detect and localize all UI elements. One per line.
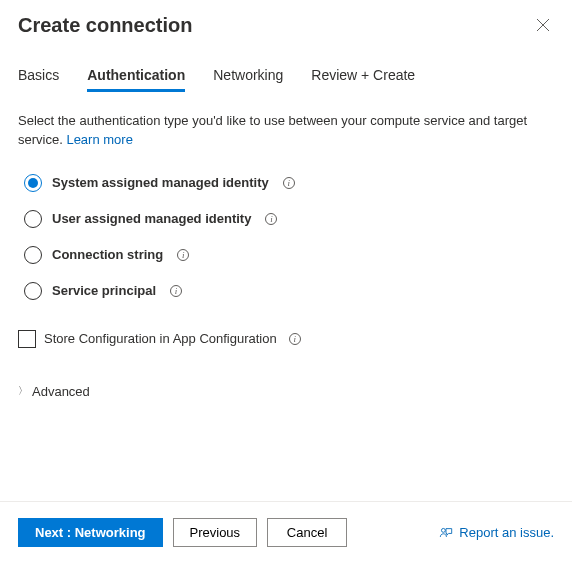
info-icon[interactable]: i: [265, 213, 277, 225]
radio-system-assigned[interactable]: System assigned managed identity i: [24, 174, 554, 192]
radio-label: User assigned managed identity: [52, 211, 251, 226]
store-config-checkbox-row[interactable]: Store Configuration in App Configuration…: [18, 330, 554, 348]
panel-header: Create connection: [18, 14, 554, 39]
auth-description: Select the authentication type you'd lik…: [18, 112, 554, 150]
close-button[interactable]: [532, 14, 554, 39]
info-icon[interactable]: i: [289, 333, 301, 345]
feedback-icon: [439, 526, 453, 540]
radio-service-principal[interactable]: Service principal i: [24, 282, 554, 300]
tab-authentication[interactable]: Authentication: [87, 67, 185, 92]
advanced-toggle[interactable]: 〉 Advanced: [18, 384, 554, 399]
tab-basics[interactable]: Basics: [18, 67, 59, 92]
radio-indicator: [24, 282, 42, 300]
info-icon[interactable]: i: [170, 285, 182, 297]
auth-type-radio-group: System assigned managed identity i User …: [18, 174, 554, 300]
radio-connection-string[interactable]: Connection string i: [24, 246, 554, 264]
learn-more-link[interactable]: Learn more: [66, 132, 132, 147]
info-icon[interactable]: i: [177, 249, 189, 261]
tab-networking[interactable]: Networking: [213, 67, 283, 92]
previous-button[interactable]: Previous: [173, 518, 258, 547]
radio-label: Service principal: [52, 283, 156, 298]
tabs-nav: Basics Authentication Networking Review …: [18, 67, 554, 92]
info-icon[interactable]: i: [283, 177, 295, 189]
report-issue-link[interactable]: Report an issue.: [439, 525, 554, 540]
tab-review-create[interactable]: Review + Create: [311, 67, 415, 92]
report-issue-text: Report an issue.: [459, 525, 554, 540]
radio-indicator: [24, 174, 42, 192]
close-icon: [536, 18, 550, 32]
checkbox-indicator: [18, 330, 36, 348]
chevron-right-icon: 〉: [18, 384, 28, 398]
svg-point-2: [442, 528, 446, 532]
advanced-label: Advanced: [32, 384, 90, 399]
radio-indicator: [24, 210, 42, 228]
radio-label: Connection string: [52, 247, 163, 262]
radio-indicator: [24, 246, 42, 264]
panel-title: Create connection: [18, 14, 192, 37]
checkbox-label: Store Configuration in App Configuration: [44, 331, 277, 346]
create-connection-panel: Create connection Basics Authentication …: [0, 0, 572, 563]
radio-user-assigned[interactable]: User assigned managed identity i: [24, 210, 554, 228]
cancel-button[interactable]: Cancel: [267, 518, 347, 547]
next-button[interactable]: Next : Networking: [18, 518, 163, 547]
radio-label: System assigned managed identity: [52, 175, 269, 190]
panel-footer: Next : Networking Previous Cancel Report…: [18, 502, 554, 563]
